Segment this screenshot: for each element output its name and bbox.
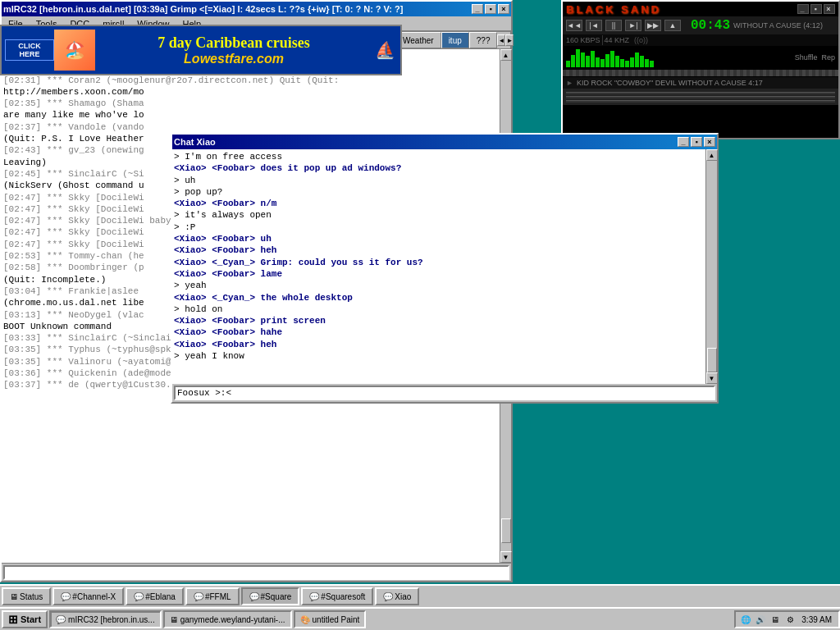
dtb-channel-x[interactable]: 💬#Channel-X (52, 587, 124, 605)
chat-scroll-thumb[interactable] (707, 348, 717, 372)
start-button[interactable]: ⊞ Start (2, 610, 48, 628)
chat-xiao-scrollbar[interactable]: ▲ ▼ (705, 149, 717, 384)
system-clock: 3:39 AM (798, 615, 835, 624)
start-label: Start (21, 614, 41, 624)
irc-line: are many like me who've lo (3, 109, 498, 121)
mirc-restore-btn[interactable]: ▪ (485, 4, 496, 14)
player-minimize-btn[interactable]: _ (797, 4, 809, 14)
eq-bar (630, 57, 634, 67)
chat-line: <Xiao> <Foobar> hahe (174, 326, 704, 338)
tray-network-icon: 🌐 (739, 613, 752, 626)
chat-xiao-close-btn[interactable]: × (704, 137, 715, 147)
chat-line: <Xiao> <Foobar> uh (174, 233, 704, 244)
chat-xiao-input-row (172, 384, 717, 402)
player-titlebar: BLACK SAND _ ▪ × (563, 2, 838, 16)
eq-bar (581, 52, 585, 67)
dtb-ffml[interactable]: 💬#FFML (185, 587, 240, 605)
ad-brand[interactable]: Lowestfare.com (95, 52, 372, 66)
chat-xiao-window: Chat Xiao _ ▪ × > I'm on free access <Xi… (171, 133, 719, 404)
player-rep[interactable]: Rep (821, 53, 835, 62)
taskbar-item-ganymede[interactable]: 🖥 ganymede.weyland-yutani-... (163, 610, 292, 628)
irc-line: http://members.xoon.com/mo (3, 86, 498, 98)
ad-sailboat-icon: ⛵ (372, 40, 397, 60)
player-equalizer: Shuffle Rep (563, 46, 838, 69)
dtb-xiao[interactable]: 💬Xiao (375, 587, 419, 605)
taskbar-item-mirc[interactable]: 💬 mIRC32 [hebron.in.us... (49, 610, 162, 628)
mirc-titlebar[interactable]: mIRC32 [hebron.in.us.dal.net] [03:39a] G… (2, 2, 511, 16)
eq-bar (610, 51, 614, 67)
dtb-eblana[interactable]: 💬#Eblana (126, 587, 184, 605)
player-mode: ((o)) (634, 36, 648, 44)
chat-xiao-controls: _ ▪ × (678, 137, 715, 147)
player-close-btn[interactable]: × (824, 4, 835, 14)
scroll-down-btn[interactable]: ▼ (500, 551, 512, 563)
altavista-tab-itup[interactable]: itup (441, 32, 469, 48)
dtb-square[interactable]: 💬#Square (241, 587, 300, 605)
chat-scroll-track[interactable] (706, 161, 717, 372)
ad-main-content: 7 day Caribbean cruises Lowestfare.com (95, 34, 372, 66)
mirc-minimize-btn[interactable]: _ (472, 4, 483, 14)
ad-image: 🏖️ (54, 30, 95, 71)
taskbar-item-mirc-label: mIRC32 [hebron.in.us... (68, 615, 155, 624)
chat-line: <Xiao> <Foobar> heh (174, 339, 704, 350)
player-kbps: 160 KBPS (566, 36, 600, 44)
chat-line: > I'm on free access (174, 151, 704, 162)
tray-volume-icon[interactable]: 🔊 (754, 613, 767, 626)
eq-bar (645, 59, 649, 67)
ad-title: 7 day Caribbean cruises (95, 34, 372, 52)
scroll-thumb[interactable] (501, 518, 511, 543)
ad-click-here[interactable]: CLICK HERE (5, 39, 54, 61)
player-pause-btn[interactable]: || (605, 20, 622, 31)
dtb-status[interactable]: 🖥Status (2, 587, 51, 605)
mirc-close-btn[interactable]: × (498, 4, 509, 14)
chat-xiao-title: Chat Xiao (174, 137, 216, 147)
tray-monitor-icon: 🖥 (769, 613, 782, 626)
altavista-scroll-right[interactable]: ► (505, 34, 514, 46)
chat-line: > it's always open (174, 209, 704, 221)
chat-line: <Xiao> <Foobar> print screen (174, 315, 704, 326)
player-prev-btn[interactable]: |◄ (586, 20, 602, 31)
player-title: BLACK SAND (566, 3, 661, 16)
eq-bar (640, 56, 644, 67)
player-eject-btn[interactable]: ▲ (664, 20, 681, 31)
windows-taskbar: ⊞ Start 💬 mIRC32 [hebron.in.us... 🖥 gany… (0, 607, 840, 630)
altavista-extra[interactable]: ??? (469, 32, 498, 48)
player-track-listing: ► KID ROCK "COWBOY" DEVIL WITHOUT A CAUS… (563, 77, 838, 89)
player-restore-btn[interactable]: ▪ (810, 4, 822, 14)
chat-scroll-down-btn[interactable]: ▼ (706, 372, 718, 384)
player-forward-btn[interactable]: ▶▶ (645, 20, 661, 31)
eq-bar (566, 61, 570, 67)
player-controls-btns: _ ▪ × (797, 4, 835, 14)
player-rewind-btn[interactable]: ◄◄ (566, 20, 582, 31)
chat-xiao-minimize-btn[interactable]: _ (678, 137, 689, 147)
taskbar-item-paint-icon: 🎨 (300, 615, 310, 624)
player-next-btn[interactable]: ►| (625, 20, 641, 31)
chat-xiao-restore-btn[interactable]: ▪ (691, 137, 702, 147)
sys-tray-icons: 🌐 🔊 🖥 ⚙ (739, 613, 797, 626)
taskbar-item-paint[interactable]: 🎨 untitled Paint (294, 610, 367, 628)
chat-scroll-up-btn[interactable]: ▲ (706, 149, 718, 161)
eq-bar (591, 51, 595, 67)
chat-line: > pop up? (174, 186, 704, 198)
altavista-tab-weather[interactable]: Weather (395, 32, 441, 48)
player-shuffle[interactable]: Shuffle (795, 53, 818, 62)
scroll-up-btn[interactable]: ▲ (500, 49, 512, 61)
dtb-squaresoft[interactable]: 💬#Squaresoft (301, 587, 373, 605)
player-freq: 44 KHZ (605, 36, 630, 44)
taskbar-items: 💬 mIRC32 [hebron.in.us... 🖥 ganymede.wey… (49, 610, 734, 628)
chat-xiao-messages[interactable]: > I'm on free access <Xiao> <Foobar> doe… (172, 149, 705, 384)
altavista-scroll-left[interactable]: ◄ (497, 34, 505, 46)
chat-xiao-titlebar[interactable]: Chat Xiao _ ▪ × (172, 135, 717, 149)
chat-line: > hold on (174, 304, 704, 315)
taskbar-item-ganymede-icon: 🖥 (170, 615, 178, 624)
chat-line: <Xiao> <Foobar> does it pop up ad window… (174, 162, 704, 174)
chat-line: > :P (174, 221, 704, 233)
eq-bar (615, 56, 619, 67)
windows-logo-icon: ⊞ (8, 613, 18, 626)
chat-xiao-input[interactable] (174, 386, 715, 400)
eq-bar (605, 54, 609, 67)
chat-line: <Xiao> <_Cyan_> the whole desktop (174, 292, 704, 304)
irc-line: [02:37] *** Vandole (vando (3, 121, 498, 133)
taskbar-item-mirc-icon: 💬 (56, 615, 66, 624)
mirc-input-field[interactable] (3, 565, 509, 580)
